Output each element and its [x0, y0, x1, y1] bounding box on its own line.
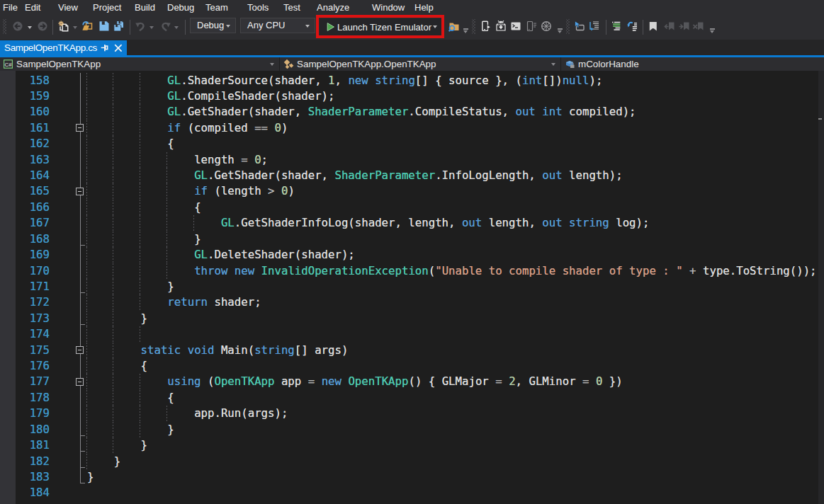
code-line[interactable]: 182 }	[0, 454, 824, 469]
prev-bookmark-icon[interactable]	[664, 21, 675, 32]
line-number: 162	[20, 136, 50, 151]
solution-configurations-combo[interactable]: Debug	[190, 18, 236, 33]
menu-project[interactable]: Project	[93, 0, 121, 16]
menu-edit[interactable]: Edit	[25, 0, 40, 16]
code-text: GL.ShaderSource(shader, 1, new string[] …	[87, 73, 602, 88]
fold-collapse-box[interactable]	[76, 124, 84, 132]
fold-collapse-box[interactable]	[76, 188, 84, 195]
navigate-back-icon[interactable]	[12, 21, 23, 32]
code-line[interactable]: 169 GL.DeleteShader(shader);	[0, 247, 824, 263]
solution-platforms-combo[interactable]: Any CPU	[240, 18, 315, 33]
code-line[interactable]: 161 if (compiled == 0)	[0, 120, 824, 136]
navbar-type-dropdown[interactable]: SampelOpenTKApp.OpenTKApp	[297, 57, 436, 71]
code-text: }	[87, 231, 201, 247]
csharp-project-icon: C#	[3, 59, 13, 69]
code-line[interactable]: 172 return shader;	[0, 294, 824, 310]
package-install-icon[interactable]	[495, 21, 507, 32]
code-line[interactable]: 173 }	[0, 311, 824, 326]
vs-window: FileEditViewProjectBuildDebugTeamToolsTe…	[0, 0, 824, 504]
navigate-code-icon[interactable]	[589, 21, 600, 32]
code-line[interactable]: 159 GL.CompileShader(shader);	[0, 88, 824, 104]
code-text: GL.DeleteShader(shader);	[87, 247, 355, 263]
code-line[interactable]: 167 GL.GetShaderInfoLog(shader, length, …	[0, 215, 824, 231]
open-file-icon[interactable]	[82, 21, 94, 32]
save-all-icon[interactable]	[113, 21, 125, 32]
device-manager-icon[interactable]	[526, 21, 537, 32]
line-number: 176	[20, 358, 50, 374]
select-element-icon[interactable]	[574, 21, 585, 32]
code-line[interactable]: 180 }	[0, 422, 824, 437]
code-line[interactable]: 174	[0, 326, 824, 342]
navigate-back-caret[interactable]	[28, 26, 32, 29]
code-text: if (compiled == 0)	[87, 120, 288, 136]
code-editor[interactable]: 158 GL.ShaderSource(shader, 1, new strin…	[0, 71, 824, 504]
line-number: 169	[20, 247, 50, 263]
toolbar-overflow[interactable]	[463, 28, 468, 33]
code-line[interactable]: 170 throw new InvalidOperationException(…	[0, 263, 824, 279]
separator	[52, 20, 53, 35]
menu-test[interactable]: Test	[283, 0, 300, 16]
tizen-overflow[interactable]	[558, 28, 563, 33]
fold-region-end	[80, 467, 85, 468]
comment-lines-icon[interactable]	[611, 21, 622, 32]
pin-icon[interactable]	[101, 42, 109, 52]
code-line[interactable]: 166 {	[0, 200, 824, 215]
menu-analyze[interactable]: Analyze	[317, 0, 349, 16]
code-line[interactable]: 168 }	[0, 231, 824, 247]
fold-collapse-box[interactable]	[76, 378, 84, 386]
menu-build[interactable]: Build	[135, 0, 155, 16]
new-project-icon[interactable]	[58, 21, 69, 32]
code-line[interactable]: 181 }	[0, 437, 824, 453]
sdb-terminal-icon[interactable]	[510, 21, 521, 32]
code-line[interactable]: 179 app.Run(args);	[0, 406, 824, 421]
uncomment-lines-icon[interactable]	[627, 21, 638, 32]
next-bookmark-icon[interactable]	[678, 21, 689, 32]
menu-debug[interactable]: Debug	[167, 0, 194, 16]
navbar-project-dropdown[interactable]: SampelOpenTKApp	[16, 57, 101, 71]
code-line[interactable]: 178 {	[0, 390, 824, 406]
line-number: 163	[20, 152, 50, 168]
editor-overflow[interactable]	[710, 28, 715, 33]
menu-tools[interactable]: Tools	[247, 0, 269, 16]
code-line[interactable]: 176 {	[0, 358, 824, 374]
undo-caret[interactable]	[149, 26, 154, 29]
fold-region-end	[80, 292, 85, 293]
close-icon[interactable]	[114, 44, 123, 52]
redo-caret[interactable]	[174, 26, 179, 29]
tab-sampelopentkapp[interactable]: SampelOpenTKApp.cs	[0, 40, 127, 55]
code-line[interactable]: 163 length = 0;	[0, 152, 824, 168]
fold-collapse-box[interactable]	[76, 346, 84, 354]
device-run-icon[interactable]	[480, 21, 492, 32]
code-line[interactable]: 177 using (OpenTKApp app = new OpenTKApp…	[0, 374, 824, 389]
find-in-files-icon[interactable]	[448, 21, 460, 32]
line-number: 158	[20, 73, 50, 88]
menu-help[interactable]: Help	[414, 0, 434, 16]
code-line[interactable]: 164 GL.GetShader(shader, ShaderParameter…	[0, 168, 824, 183]
emulator-manager-icon[interactable]	[541, 21, 552, 32]
menu-window[interactable]: Window	[372, 0, 405, 16]
navbar-member-dropdown[interactable]: mColorHandle	[578, 57, 639, 71]
code-line[interactable]: 171 }	[0, 279, 824, 294]
code-line[interactable]: 162 {	[0, 136, 824, 151]
toggle-bookmark-icon[interactable]	[647, 21, 658, 32]
code-line[interactable]: 183}	[0, 469, 824, 485]
clear-bookmarks-icon[interactable]	[692, 21, 704, 32]
code-line[interactable]: 175 static void Main(string[] args)	[0, 343, 824, 358]
line-number: 178	[20, 390, 50, 406]
new-project-caret[interactable]	[73, 26, 77, 29]
code-line[interactable]: 160 GL.GetShader(shader, ShaderParameter…	[0, 104, 824, 120]
code-text: {	[87, 200, 201, 215]
navigate-forward-icon[interactable]	[37, 21, 48, 32]
menu-file[interactable]: File	[3, 0, 18, 16]
menu-view[interactable]: View	[58, 0, 78, 16]
separator	[643, 20, 643, 35]
redo-icon[interactable]	[160, 21, 171, 32]
code-line[interactable]: 158 GL.ShaderSource(shader, 1, new strin…	[0, 73, 824, 88]
code-text: {	[87, 390, 174, 406]
vertical-scrollbar[interactable]	[818, 71, 824, 504]
undo-icon[interactable]	[135, 21, 146, 32]
code-line[interactable]: 165 if (length > 0)	[0, 183, 824, 199]
menu-team[interactable]: Team	[205, 0, 228, 16]
code-line[interactable]: 184	[0, 485, 824, 500]
save-icon[interactable]	[98, 21, 110, 32]
